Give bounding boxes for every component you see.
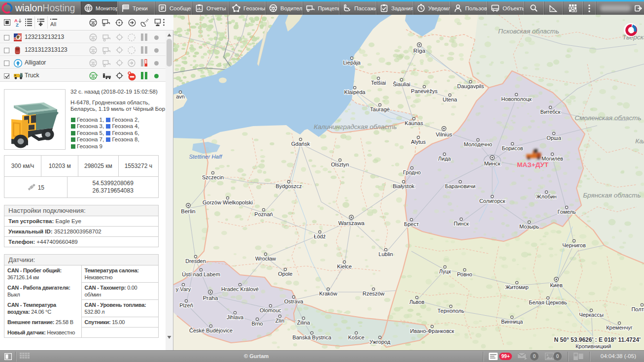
svg-text:Чернигов: Чернигов bbox=[562, 242, 586, 248]
svg-text:Житомир: Житомир bbox=[505, 284, 528, 290]
svg-text:Berlin: Berlin bbox=[181, 208, 195, 214]
svg-text:Rzeszów: Rzeszów bbox=[363, 291, 385, 296]
svg-text:Dresden: Dresden bbox=[185, 258, 206, 264]
svg-text:Минск: Минск bbox=[484, 161, 501, 166]
svg-text:Plzeň: Plzeň bbox=[179, 302, 193, 308]
svg-text:МАЗ+ДУТ: МАЗ+ДУТ bbox=[517, 161, 549, 168]
svg-text:Мозырь: Мозырь bbox=[519, 224, 539, 230]
svg-text:Wrocław: Wrocław bbox=[255, 256, 276, 262]
svg-text:České Budějovice: České Budějovice bbox=[189, 328, 233, 333]
svg-text:Гродно: Гродно bbox=[403, 169, 421, 175]
svg-text:Hradec Králové: Hradec Králové bbox=[221, 286, 259, 292]
svg-text:Ужгород: Ужгород bbox=[370, 339, 391, 345]
svg-text:Псковская область: Псковская область bbox=[498, 28, 559, 35]
svg-text:Молодечно: Молодечно bbox=[464, 141, 492, 147]
svg-text:Opole: Opole bbox=[278, 271, 292, 277]
svg-text:Смоленская область: Смоленская область bbox=[575, 114, 641, 122]
svg-text:Брест: Брест bbox=[404, 221, 419, 227]
svg-text:Utena: Utena bbox=[442, 97, 457, 102]
svg-text:Banská Bystrica: Banská Bystrica bbox=[293, 334, 332, 340]
svg-text:Panevėžys: Panevėžys bbox=[411, 88, 438, 94]
svg-text:Тернополь: Тернополь bbox=[438, 308, 465, 314]
svg-text:Olsztyn: Olsztyn bbox=[331, 162, 349, 167]
svg-text:Gorzów Wielkopolski: Gorzów Wielkopolski bbox=[203, 199, 253, 205]
svg-text:Klaipėda: Klaipėda bbox=[344, 89, 366, 95]
svg-text:Brno: Brno bbox=[251, 321, 263, 327]
svg-text:Vilnius: Vilnius bbox=[436, 132, 452, 137]
svg-text:Gdańsk: Gdańsk bbox=[291, 141, 310, 147]
svg-text:Kielce: Kielce bbox=[337, 263, 352, 269]
svg-text:Warszawa: Warszawa bbox=[338, 220, 365, 226]
svg-text:Lublin: Lublin bbox=[378, 251, 393, 257]
svg-text:Poznań: Poznań bbox=[254, 211, 272, 217]
svg-text:Киев: Киев bbox=[550, 282, 563, 288]
svg-text:Ústí nad Labem: Ústí nad Labem bbox=[182, 271, 220, 277]
svg-text:Калининградская область: Калининградская область bbox=[314, 123, 397, 131]
svg-text:Ровно: Ровно bbox=[457, 271, 472, 277]
svg-text:Kraków: Kraków bbox=[319, 291, 338, 296]
svg-text:Львов: Львов bbox=[409, 299, 425, 305]
svg-text:Białystok: Białystok bbox=[393, 183, 415, 189]
svg-text:Новополоцк: Новополоцк bbox=[501, 96, 532, 102]
svg-text:Šiauliai: Šiauliai bbox=[393, 81, 410, 87]
svg-text:y Vary: y Vary bbox=[176, 286, 191, 292]
svg-text:Szczecin: Szczecin bbox=[202, 174, 224, 180]
svg-text:Калу: Калу bbox=[635, 137, 644, 145]
svg-text:Пинск: Пинск bbox=[454, 221, 469, 227]
svg-text:Черкассы: Черкассы bbox=[579, 312, 604, 318]
svg-text:Stettiner Haff: Stettiner Haff bbox=[189, 154, 223, 160]
svg-text:Луцк: Луцк bbox=[439, 268, 451, 274]
svg-text:Košice: Košice bbox=[348, 334, 364, 340]
svg-text:Tauragė: Tauragė bbox=[370, 106, 390, 112]
svg-text:Łódź: Łódź bbox=[314, 233, 326, 239]
svg-text:Лида: Лида bbox=[438, 156, 451, 162]
svg-text:Daugavpils: Daugavpils bbox=[457, 83, 484, 89]
svg-text:Jihlava: Jihlava bbox=[227, 314, 244, 320]
svg-text:Praha: Praha bbox=[203, 295, 218, 301]
svg-text:Винница: Винница bbox=[501, 319, 523, 325]
svg-text:N 50° 53.9626' : E 018° 11.472: N 50° 53.9626' : E 018° 11.4724' bbox=[554, 336, 641, 343]
svg-text:Кременчуг: Кременчуг bbox=[606, 325, 633, 330]
svg-text:Telšiai: Telšiai bbox=[371, 80, 386, 86]
svg-text:Ивано-Франковск: Ивано-Франковск bbox=[410, 328, 454, 334]
svg-text:Орша: Орша bbox=[546, 135, 561, 141]
svg-text:Белая Церковь: Белая Церковь bbox=[529, 299, 567, 305]
svg-text:avn: avn bbox=[176, 94, 185, 99]
svg-text:Žilina: Žilina bbox=[297, 320, 310, 326]
svg-text:All: All bbox=[50, 21, 56, 27]
svg-text:Liepāja: Liepāja bbox=[343, 60, 361, 66]
svg-text:Alytus: Alytus bbox=[411, 139, 426, 145]
svg-text:Борисов: Борисов bbox=[502, 145, 523, 151]
svg-text:Ostrava: Ostrava bbox=[284, 298, 304, 304]
svg-text:Kaunas: Kaunas bbox=[405, 120, 423, 126]
svg-text:Гомель: Гомель bbox=[558, 209, 576, 215]
svg-text:Olomouc: Olomouc bbox=[260, 307, 282, 313]
svg-text:Барановичи: Барановичи bbox=[445, 183, 475, 189]
svg-text:Bydgoszcz: Bydgoszcz bbox=[275, 183, 302, 189]
svg-text:Жлобин: Жлобин bbox=[536, 194, 556, 199]
svg-text:Солигорск: Солигорск bbox=[479, 198, 506, 204]
svg-text:Rīga: Rīga bbox=[413, 48, 426, 54]
svg-text:Кропивницкий: Кропивницкий bbox=[576, 343, 611, 349]
svg-text:Zlín: Zlín bbox=[275, 318, 284, 324]
svg-text:Полтава: Полтава bbox=[631, 306, 644, 312]
svg-text:Z: Z bbox=[16, 22, 19, 27]
svg-text:Витебск: Витебск bbox=[541, 109, 561, 115]
svg-text:Брянская область: Брянская область bbox=[583, 192, 641, 199]
